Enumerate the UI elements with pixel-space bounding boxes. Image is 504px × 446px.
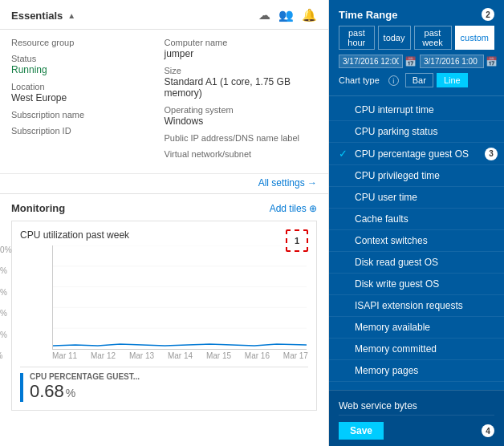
- chart-x-labels: Mar 11 Mar 12 Mar 13 Mar 14 Mar 15 Mar 1…: [51, 351, 308, 360]
- chart-area: [52, 245, 307, 350]
- vnet-label: Virtual network/subnet: [165, 149, 318, 159]
- os-value: Windows: [165, 116, 318, 127]
- metric-cpu-percentage[interactable]: ✓ CPU percentage guest OS 3: [329, 143, 504, 165]
- all-settings-link[interactable]: All settings →: [258, 177, 317, 189]
- save-button[interactable]: Save: [339, 422, 384, 440]
- bar-chart-button[interactable]: Bar: [405, 73, 433, 87]
- y-label-60: 60%: [0, 288, 12, 297]
- computer-name-label: Computer name: [165, 38, 318, 47]
- resource-group-info: Resource group: [11, 38, 165, 47]
- computer-name-info: Computer name jumper: [165, 38, 318, 59]
- metric-label: Memory committed: [355, 343, 437, 355]
- metric-disk-write[interactable]: Disk write guest OS: [329, 274, 504, 295]
- subscription-name-info: Subscription name: [11, 110, 165, 120]
- x-label-1: Mar 11: [52, 351, 77, 360]
- chart-type-buttons: Bar Line: [405, 73, 468, 87]
- size-label: Size: [165, 66, 318, 75]
- custom-button[interactable]: custom: [455, 26, 494, 50]
- metric-label: Disk write guest OS: [355, 278, 439, 290]
- chevron-up-icon: ▲: [67, 11, 75, 20]
- add-tiles-label: Add tiles ⊕: [270, 203, 317, 214]
- metric-cpu-user[interactable]: CPU user time: [329, 187, 504, 209]
- metric-label: Context switches: [355, 235, 428, 246]
- date-inputs: 📅 📅: [339, 55, 494, 68]
- time-range-title: Time Range 2: [339, 8, 494, 21]
- subscription-id-info: Subscription ID: [11, 126, 165, 136]
- metric-label: CPU user time: [355, 192, 417, 203]
- essentials-content: Resource group Status Running Location W…: [0, 30, 328, 174]
- metric-label: ISAPI extension requests: [355, 300, 463, 311]
- web-service-bytes[interactable]: Web service bytes: [339, 397, 494, 416]
- bell-icon[interactable]: 🔔: [302, 8, 317, 22]
- metric-isapi[interactable]: ISAPI extension requests: [329, 295, 504, 317]
- metric-memory-available[interactable]: Memory available: [329, 317, 504, 339]
- metric-cache-faults[interactable]: Cache faults: [329, 209, 504, 230]
- status-value: Running: [11, 64, 165, 75]
- cloud-icon[interactable]: ☁: [258, 8, 270, 22]
- right-panel: Time Range 2 past hour today past week c…: [329, 0, 504, 446]
- monitoring-title: Monitoring: [11, 202, 65, 214]
- metric-context-switches[interactable]: Context switches: [329, 230, 504, 252]
- status-info: Status Running: [11, 54, 165, 75]
- location-value: West Europe: [11, 92, 165, 103]
- metric-cpu-privileged[interactable]: CPU privileged time: [329, 165, 504, 187]
- past-hour-button[interactable]: past hour: [339, 26, 375, 50]
- from-date-field[interactable]: [339, 55, 403, 68]
- vnet-info: Virtual network/subnet: [165, 149, 318, 159]
- x-label-5: Mar 15: [206, 351, 231, 360]
- metric-memory-committed[interactable]: Memory committed: [329, 339, 504, 360]
- x-label-2: Mar 12: [91, 351, 116, 360]
- x-label-3: Mar 13: [129, 351, 154, 360]
- metric-badge-3: 3: [485, 148, 498, 160]
- size-value: Standard A1 (1 core, 1.75 GB memory): [165, 76, 318, 99]
- public-ip-info: Public IP address/DNS name label: [165, 133, 318, 143]
- y-label-0: 0%: [0, 351, 12, 360]
- people-icon[interactable]: 👥: [278, 8, 294, 22]
- save-badge-4: 4: [482, 424, 494, 437]
- past-week-button[interactable]: past week: [414, 26, 452, 50]
- monitoring-section: Monitoring Add tiles ⊕ CPU utilization p…: [0, 194, 328, 446]
- line-chart-button[interactable]: Line: [437, 73, 468, 87]
- chart-footer-unit: %: [66, 387, 75, 399]
- metric-label: CPU privileged time: [355, 170, 440, 181]
- metric-label: CPU percentage guest OS: [355, 148, 469, 160]
- to-calendar-icon[interactable]: 📅: [486, 56, 498, 67]
- web-service-label: Web service bytes: [339, 400, 417, 412]
- chart-footer-value-row: 0.68 %: [30, 381, 140, 402]
- chart-wrapper: 100% 80% 60% 40% 20% 0%: [20, 245, 308, 360]
- metric-cpu-interrupt[interactable]: CPU interrupt time: [329, 99, 504, 121]
- bottom-section: Web service bytes Save 4: [329, 390, 504, 446]
- save-row: Save 4: [339, 422, 494, 440]
- os-info: Operating system Windows: [165, 105, 318, 127]
- left-panel: Essentials ▲ ☁ 👥 🔔 Resource group Status…: [0, 0, 329, 446]
- from-calendar-icon[interactable]: 📅: [404, 56, 417, 67]
- metric-label: Memory available: [355, 322, 430, 333]
- metric-label: Cache faults: [355, 213, 408, 225]
- time-range-badge: 2: [482, 8, 494, 21]
- today-button[interactable]: today: [378, 26, 411, 50]
- status-label: Status: [11, 54, 165, 63]
- x-label-7: Mar 17: [283, 351, 308, 360]
- metric-disk-read[interactable]: Disk read guest OS: [329, 252, 504, 274]
- chart-footer-value: 0.68: [30, 381, 64, 402]
- size-info: Size Standard A1 (1 core, 1.75 GB memory…: [165, 66, 318, 99]
- to-date-input: 📅: [420, 55, 498, 68]
- chart-svg: [53, 245, 307, 349]
- monitoring-header: Monitoring Add tiles ⊕: [11, 202, 317, 214]
- metric-label: Memory pages: [355, 365, 418, 376]
- to-date-field[interactable]: [420, 55, 484, 68]
- location-label: Location: [11, 82, 165, 91]
- time-range-label: Time Range: [339, 9, 397, 21]
- location-info: Location West Europe: [11, 82, 165, 103]
- essentials-title: Essentials ▲: [11, 10, 75, 22]
- metric-cpu-parking[interactable]: CPU parking status: [329, 121, 504, 143]
- essentials-right-col: Computer name jumper Size Standard A1 (1…: [165, 38, 318, 165]
- all-settings-row: All settings →: [0, 174, 328, 194]
- metrics-list: CPU interrupt time CPU parking status ✓ …: [329, 96, 504, 390]
- metric-memory-pages[interactable]: Memory pages: [329, 360, 504, 382]
- add-tiles-button[interactable]: Add tiles ⊕: [270, 203, 317, 214]
- time-range-section: Time Range 2 past hour today past week c…: [329, 0, 504, 96]
- chart-card: CPU utilization past week 1 100% 80% 60%…: [11, 221, 317, 411]
- chart-title: CPU utilization past week: [20, 229, 308, 241]
- subscription-name-label: Subscription name: [11, 110, 165, 120]
